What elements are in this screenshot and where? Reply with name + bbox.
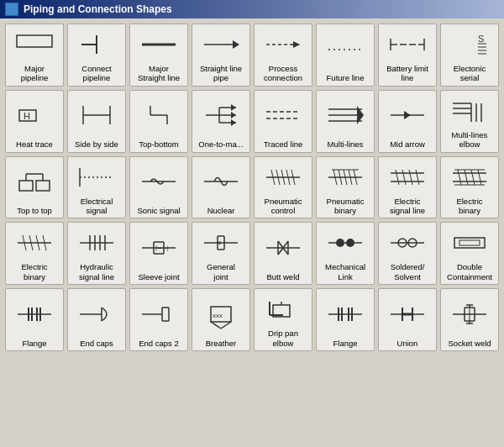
cell-heat-trace[interactable]: H Heat trace	[5, 90, 64, 153]
icon-sonic-signal	[132, 160, 186, 203]
icon-side-by-side	[70, 94, 123, 137]
icon-major-straight-line	[132, 28, 186, 61]
cell-end-caps-2[interactable]: End caps 2	[129, 288, 188, 351]
icon-electric-binary	[443, 160, 496, 194]
icon-multi-lines	[318, 94, 372, 137]
cell-side-by-side[interactable]: Side by side	[67, 90, 126, 153]
label-major-straight-line: MajorStraight line	[138, 64, 180, 83]
label-socket-weld: Socket weld	[448, 339, 491, 348]
icon-mechanical-link	[318, 226, 372, 260]
label-butt-weld: Butt weld	[266, 272, 299, 281]
label-drip-pan-elbow: Drip panelbow	[268, 329, 298, 348]
svg-line-73	[409, 170, 412, 185]
cell-electric-signal-line[interactable]: Electricsignal line	[378, 156, 437, 219]
cell-double-containment[interactable]: DoubleContainment	[440, 222, 499, 285]
cell-flange2[interactable]: Flange	[316, 288, 375, 351]
cell-connect-pipeline[interactable]: Connectpipeline	[67, 24, 126, 87]
cell-multi-lines-elbow[interactable]: Multi-lineselbow	[440, 90, 499, 153]
cell-drip-pan-elbow[interactable]: Drip panelbow	[254, 288, 312, 351]
svg-rect-48	[36, 181, 50, 191]
cell-pneumatic-control[interactable]: Pneumaticcontrol	[254, 156, 312, 219]
icon-mid-arrow	[381, 94, 434, 137]
cell-soldered-solvent[interactable]: Soldered/Solvent	[378, 222, 437, 285]
label-top-bottom: Top-bottom	[139, 139, 179, 149]
icon-straight-line-pipe	[194, 28, 248, 61]
cell-electrical-signal[interactable]: Electricalsignal	[67, 156, 126, 219]
svg-line-79	[471, 170, 475, 185]
cell-union[interactable]: Union	[378, 288, 437, 351]
label-union: Union	[397, 339, 418, 348]
cell-end-caps[interactable]: End caps	[67, 288, 126, 351]
svg-marker-5	[233, 40, 239, 49]
label-nuclear: Nuclear	[207, 206, 235, 215]
cell-future-line[interactable]: Future line	[316, 24, 375, 87]
cell-socket-weld[interactable]: Socket weld	[440, 288, 499, 351]
cell-flange[interactable]: Flange	[5, 288, 64, 351]
icon-butt-weld	[256, 226, 310, 269]
cell-multi-lines[interactable]: Multi-lines	[316, 90, 375, 153]
cell-mechanical-link[interactable]: MechanicalLink	[316, 222, 375, 285]
icon-electric-signal-line	[381, 160, 434, 194]
cell-general-joint[interactable]: ≡ Generaljoint	[192, 222, 250, 285]
cell-pneumatic-binary[interactable]: Pneumaticbinary	[316, 156, 375, 219]
cell-breather[interactable]: xxx Breather	[192, 288, 250, 351]
icon-future-line	[318, 28, 372, 71]
icon-nuclear	[194, 160, 248, 203]
svg-text:H: H	[24, 111, 30, 121]
cell-sonic-signal[interactable]: Sonic signal	[129, 156, 188, 219]
label-end-caps: End caps	[80, 339, 113, 348]
label-end-caps-2: End caps 2	[139, 339, 179, 348]
icon-traced-line	[256, 94, 310, 137]
label-sleeve-joint: Sleeve joint	[138, 272, 179, 281]
cell-electric-binary[interactable]: Electricbinary	[440, 156, 499, 219]
svg-marker-7	[293, 41, 300, 48]
icon-sleeve-joint: ⊢⊣	[132, 226, 186, 269]
icon-top-to-top	[8, 160, 61, 203]
cell-electric-binary2[interactable]: Electricbinary	[5, 222, 64, 285]
label-flange2: Flange	[333, 339, 357, 348]
cell-sleeve-joint[interactable]: ⊢⊣ Sleeve joint	[129, 222, 188, 285]
label-soldered-solvent: Soldered/Solvent	[391, 262, 425, 281]
window-title: Piping and Connection Shapes	[24, 3, 172, 15]
cell-butt-weld[interactable]: Butt weld	[254, 222, 312, 285]
cell-straight-line-pipe[interactable]: Straight linepipe	[192, 24, 250, 87]
svg-line-132	[221, 322, 231, 329]
label-process-connection: Processconnection	[264, 64, 302, 83]
cell-mid-arrow[interactable]: Mid arrow	[378, 90, 437, 153]
cell-traced-line[interactable]: Traced line	[254, 90, 312, 153]
icon-pneumatic-control	[256, 160, 310, 194]
icon-soldered-solvent	[381, 226, 434, 260]
cell-hydraulic-signal-line[interactable]: Hydraulicsignal line	[67, 222, 126, 285]
shapes-grid: Majorpipeline Connectpipeline MajorStrai…	[5, 24, 499, 351]
label-electrical-signal: Electricalsignal	[81, 197, 113, 216]
cell-one-to-many[interactable]: One-to-ma...	[192, 90, 250, 153]
cell-battery-limit-line[interactable]: Battery limitline	[378, 24, 437, 87]
svg-line-72	[402, 170, 406, 185]
label-connect-pipeline: Connectpipeline	[81, 64, 111, 83]
cell-major-pipeline[interactable]: Majorpipeline	[5, 24, 64, 87]
icon-double-containment	[443, 226, 496, 260]
icon-electrical-signal	[70, 160, 123, 194]
cell-nuclear[interactable]: Nuclear	[192, 156, 250, 219]
svg-line-77	[458, 170, 461, 185]
icon-flange2	[318, 292, 372, 335]
label-traced-line: Traced line	[264, 139, 303, 149]
icon-end-caps	[70, 292, 123, 335]
cell-top-bottom[interactable]: Top-bottom	[129, 90, 188, 153]
icon-flange	[8, 292, 61, 335]
label-electric-binary2: Electricbinary	[21, 262, 47, 281]
cell-electronic-serial[interactable]: S Electonicserial	[440, 24, 499, 87]
cell-major-straight-line[interactable]: MajorStraight line	[129, 24, 188, 87]
cell-process-connection[interactable]: Processconnection	[254, 24, 312, 87]
icon-general-joint: ≡	[194, 226, 248, 260]
app-icon	[5, 3, 18, 16]
label-sonic-signal: Sonic signal	[137, 206, 180, 215]
icon-end-caps-2	[132, 292, 186, 335]
title-bar: Piping and Connection Shapes	[0, 0, 504, 18]
cell-top-to-top[interactable]: Top to top	[5, 156, 64, 219]
svg-rect-117	[459, 240, 480, 245]
label-top-to-top: Top to top	[17, 206, 52, 215]
icon-major-pipeline	[8, 28, 61, 61]
label-flange: Flange	[22, 339, 46, 348]
label-future-line: Future line	[327, 73, 365, 82]
